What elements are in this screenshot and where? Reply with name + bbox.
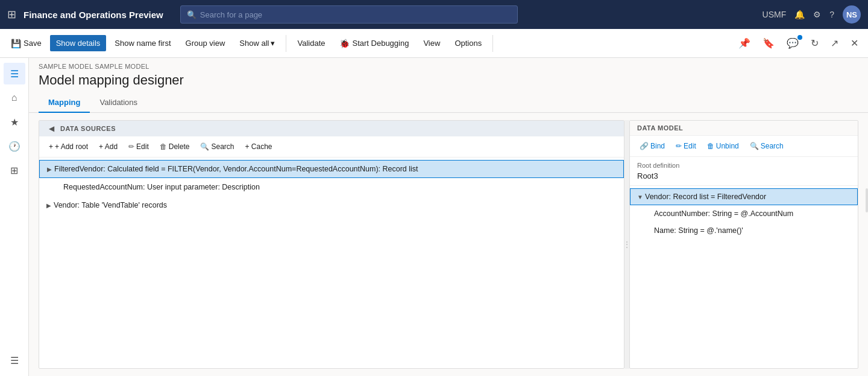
breadcrumb: SAMPLE MODEL SAMPLE MODEL — [29, 58, 868, 70]
delete-button[interactable]: 🗑 Delete — [155, 140, 195, 153]
sidebar-item-home[interactable]: ⌂ — [4, 87, 25, 109]
show-name-button[interactable]: Show name first — [108, 35, 177, 51]
group-view-button[interactable]: Group view — [180, 35, 231, 51]
dm-item-text: AccountNumber: String = @.AccountNum — [654, 209, 793, 218]
tab-mapping[interactable]: Mapping — [39, 93, 90, 113]
datamodel-header: DATA MODEL — [630, 121, 858, 136]
datasources-header: ◀ DATA SOURCES — [39, 121, 624, 136]
resize-handle[interactable]: ⋮ — [624, 120, 629, 369]
datasources-pane: ◀ DATA SOURCES + + Add root + Add ✏ Edit — [39, 120, 624, 369]
add-button[interactable]: + Add — [94, 140, 122, 153]
tabs: Mapping Validations — [29, 93, 868, 113]
search-icon: 🔍 — [187, 10, 197, 19]
search-dm-button[interactable]: 🔍 Search — [745, 139, 788, 153]
dm-item[interactable]: ▶ AccountNumber: String = @.AccountNum — [630, 205, 858, 222]
sidebar-item-list[interactable]: ☰ — [4, 349, 25, 371]
help-icon[interactable]: ? — [829, 10, 834, 19]
ribbon-sep-2 — [492, 35, 493, 52]
save-button[interactable]: 💾 Save — [5, 35, 48, 52]
show-details-button[interactable]: Show details — [50, 35, 107, 51]
main-content: SAMPLE MODEL SAMPLE MODEL Model mapping … — [29, 58, 868, 376]
dm-item-text: Vendor: Record list = FilteredVendor — [645, 193, 766, 201]
ribbon-right-controls: 📌 🔖 💬 ↻ ↗ ✕ — [734, 34, 863, 53]
sidebar-item-workspaces[interactable]: ⊞ — [4, 159, 25, 181]
search-ds-button[interactable]: 🔍 Search — [195, 140, 239, 153]
root-def-label: Root definition — [637, 162, 851, 169]
dm-item[interactable]: ▶ Name: String = @.'name()' — [630, 222, 858, 239]
page-title: Model mapping designer — [29, 70, 868, 93]
content-area: ◀ DATA SOURCES + + Add root + Add ✏ Edit — [29, 113, 868, 376]
close-icon[interactable]: ✕ — [846, 34, 863, 53]
save-icon: 💾 — [11, 39, 21, 48]
dm-item-text: Name: String = @.'name()' — [654, 226, 743, 235]
ribbon: 💾 Save Show details Show name first Grou… — [0, 29, 868, 58]
tree-expand-icon[interactable]: ▶ — [44, 200, 54, 210]
grid-icon[interactable]: ⊞ — [7, 8, 16, 21]
refresh-icon[interactable]: ↻ — [806, 34, 823, 53]
sidebar-item-menu[interactable]: ☰ — [4, 63, 25, 84]
edit-dm-icon: ✏ — [676, 142, 682, 150]
tree-expand-icon[interactable]: ▶ — [45, 164, 54, 174]
datasources-tree: ▶ FilteredVendor: Calculated field = FIL… — [39, 158, 624, 368]
datamodel-tree: ▼ Vendor: Record list = FilteredVendor ▶… — [630, 186, 858, 368]
cache-button[interactable]: + Cache — [241, 140, 277, 153]
add-root-button[interactable]: + + Add root — [44, 140, 93, 153]
tree-item-text: Vendor: Table 'VendTable' records — [54, 201, 167, 209]
usmf-label: USMF — [763, 10, 787, 19]
root-definition-section: Root definition Root3 — [630, 157, 858, 186]
tree-item[interactable]: ▶ RequestedAccountNum: User input parame… — [39, 178, 624, 196]
options-button[interactable]: Options — [448, 35, 488, 51]
tree-item-text: RequestedAccountNum: User input paramete… — [63, 183, 260, 191]
edit-dm-button[interactable]: ✏ Edit — [671, 139, 701, 153]
bug-icon: 🐞 — [339, 39, 350, 48]
edit-icon: ✏ — [128, 142, 134, 151]
topbar-right: USMF 🔔 ⚙ ? NS — [763, 5, 861, 24]
delete-icon: 🗑 — [160, 142, 167, 151]
unbind-icon: 🗑 — [707, 142, 714, 150]
app-title: Finance and Operations Preview — [24, 10, 163, 20]
notification-badge — [797, 35, 802, 40]
datamodel-toolbar: 🔗 Bind ✏ Edit 🗑 Unbind 🔍 Search — [630, 136, 858, 157]
chevron-down-icon: ▾ — [271, 39, 275, 48]
notification-button[interactable]: 💬 — [782, 34, 804, 53]
main-layout: ☰ ⌂ ★ 🕐 ⊞ ☰ SAMPLE MODEL SAMPLE MODEL Mo… — [0, 58, 868, 376]
dm-item[interactable]: ▼ Vendor: Record list = FilteredVendor — [630, 188, 858, 205]
datasources-title: DATA SOURCES — [60, 125, 116, 132]
add-root-icon: + — [49, 142, 53, 151]
datamodel-pane: DATA MODEL 🔗 Bind ✏ Edit 🗑 Unbind — [629, 120, 858, 369]
open-new-icon[interactable]: ↗ — [826, 34, 843, 53]
tree-item[interactable]: ▶ Vendor: Table 'VendTable' records — [39, 196, 624, 214]
dm-expand-icon[interactable]: ▼ — [635, 192, 645, 202]
sidebar: ☰ ⌂ ★ 🕐 ⊞ ☰ — [0, 58, 29, 376]
settings-icon[interactable]: ⚙ — [813, 10, 821, 19]
datasources-toolbar: + + Add root + Add ✏ Edit 🗑 Delete — [39, 136, 624, 158]
root-def-value: Root3 — [637, 171, 851, 180]
tab-validations[interactable]: Validations — [90, 93, 147, 113]
search-box[interactable]: 🔍 — [180, 5, 518, 24]
view-button[interactable]: View — [417, 35, 446, 51]
datasources-expand-btn[interactable]: ◀ — [46, 124, 57, 133]
pin-icon[interactable]: 📌 — [734, 34, 755, 53]
avatar[interactable]: NS — [843, 5, 861, 24]
tree-item-text: FilteredVendor: Calculated field = FILTE… — [54, 165, 418, 173]
start-debugging-button[interactable]: 🐞 Start Debugging — [333, 35, 415, 52]
search-dm-icon: 🔍 — [750, 142, 759, 150]
bind-button[interactable]: 🔗 Bind — [635, 139, 670, 153]
bookmark-icon[interactable]: 🔖 — [758, 34, 779, 53]
search-input[interactable] — [200, 10, 511, 19]
bell-icon[interactable]: 🔔 — [794, 10, 805, 19]
sidebar-item-recent[interactable]: 🕐 — [4, 135, 25, 157]
sidebar-item-favorites[interactable]: ★ — [4, 111, 25, 133]
ribbon-sep-1 — [286, 35, 286, 52]
edit-button[interactable]: ✏ Edit — [124, 140, 154, 153]
bind-icon: 🔗 — [640, 142, 649, 150]
topbar: ⊞ Finance and Operations Preview 🔍 USMF … — [0, 0, 868, 29]
validate-button[interactable]: Validate — [291, 35, 331, 51]
unbind-button[interactable]: 🗑 Unbind — [702, 139, 744, 153]
show-all-button[interactable]: Show all ▾ — [233, 35, 281, 51]
search-ds-icon: 🔍 — [200, 142, 209, 151]
tree-item[interactable]: ▶ FilteredVendor: Calculated field = FIL… — [39, 160, 624, 178]
